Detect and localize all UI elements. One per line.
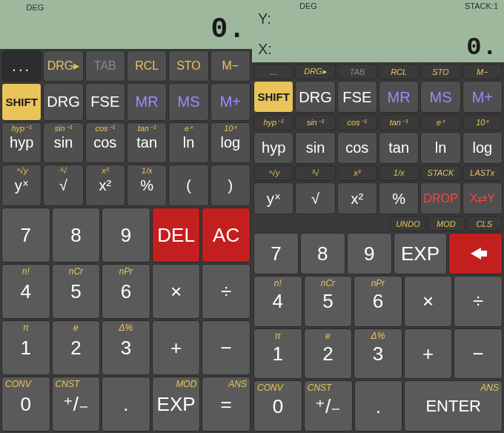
ac-button[interactable]: AC (202, 208, 251, 262)
hyp-button[interactable]: hyp (253, 132, 294, 164)
mr-button[interactable]: MR (127, 83, 167, 121)
ms-button[interactable]: MS (420, 81, 460, 113)
tenx-shift-label: 10ˣ (462, 114, 503, 130)
minus-button[interactable]: − (202, 320, 251, 375)
drg-button[interactable]: DRG (43, 83, 83, 121)
sin-button[interactable]: sin⁻¹sin (43, 122, 83, 164)
y-pow-x-button[interactable]: yˣ (253, 182, 294, 214)
digit-0-button[interactable]: CONV0 (1, 377, 50, 432)
sqrt-button[interactable]: ³√√ (43, 165, 83, 206)
cos-button[interactable]: cos⁻¹cos (85, 122, 125, 164)
sqrt-button[interactable]: √ (295, 182, 335, 214)
status-bar: DEG (6, 3, 246, 13)
digit-7-button[interactable]: 7 (253, 233, 299, 274)
keypad: ... DRG▸ TAB RCL STO M− SHIFT DRG FSE MR… (252, 62, 504, 433)
plus-button[interactable]: + (152, 320, 201, 375)
m-minus-button[interactable]: M− (210, 50, 251, 82)
tan-button[interactable]: tan⁻¹tan (127, 122, 167, 164)
undo-shift-label: UNDO (390, 216, 426, 231)
digit-4-button[interactable]: n!4 (1, 264, 50, 319)
keypad: ... DRG▸ TAB RCL STO M− SHIFT DRG FSE MR… (0, 49, 252, 433)
decimal-button[interactable]: . (354, 380, 403, 432)
backspace-button[interactable] (448, 233, 503, 274)
menu-button[interactable]: ... (1, 50, 42, 82)
digit-2-button[interactable]: e2 (52, 320, 101, 375)
digit-7-button[interactable]: 7 (1, 208, 50, 262)
percent-button[interactable]: % (379, 182, 419, 214)
close-paren-button[interactable]: ) (210, 165, 251, 206)
exp-button[interactable]: MODEXP (152, 377, 201, 432)
drg-next-button[interactable]: DRG▸ (43, 50, 83, 82)
sign-button[interactable]: CNST⁺/₋ (52, 377, 101, 432)
hyp-button[interactable]: hyp⁻¹hyp (1, 122, 42, 164)
ms-button[interactable]: MS (168, 83, 208, 121)
sto-button[interactable]: STO (168, 50, 208, 82)
m-minus-shift-label: M− (462, 64, 503, 79)
plus-button[interactable]: + (404, 328, 453, 380)
digit-8-button[interactable]: 8 (300, 233, 345, 274)
fse-button[interactable]: FSE (85, 83, 125, 121)
rcl-button[interactable]: RCL (127, 50, 167, 82)
percent-button[interactable]: 1/x% (127, 165, 167, 206)
decimal-button[interactable]: . (102, 377, 150, 432)
tab-shift-label: TAB (337, 64, 377, 79)
cuberoot-shift-label: ³√ (295, 165, 335, 181)
display-value: 0. (6, 13, 246, 46)
stack-shift-label: STACK (420, 165, 460, 181)
drg-button[interactable]: DRG (295, 81, 335, 113)
digit-2-button[interactable]: e2 (304, 328, 353, 380)
y-pow-x-button[interactable]: ˣ√yyˣ (1, 165, 42, 206)
divide-button[interactable]: ÷ (202, 264, 251, 319)
ln-button[interactable]: eˣln (168, 122, 208, 164)
shift-button[interactable]: SHIFT (1, 83, 42, 121)
multiply-button[interactable]: × (404, 276, 453, 327)
enter-button[interactable]: ANSENTER (404, 380, 503, 432)
cls-shift-label: CLS (466, 216, 503, 231)
stack-y-row: Y: (258, 10, 498, 33)
minus-button[interactable]: − (454, 328, 503, 380)
m-plus-button[interactable]: M+ (462, 81, 503, 113)
m-plus-button[interactable]: M+ (210, 83, 251, 121)
xcubed-shift-label: x³ (337, 165, 377, 181)
log-button[interactable]: log (462, 132, 503, 164)
drg-next-shift-label: DRG▸ (295, 64, 335, 79)
cos-inv-shift-label: cos⁻¹ (337, 114, 377, 130)
del-button[interactable]: DEL (152, 208, 201, 262)
digit-9-button[interactable]: 9 (347, 233, 392, 274)
digit-8-button[interactable]: 8 (52, 208, 101, 262)
swap-xy-button[interactable]: X⇄Y (462, 182, 503, 214)
digit-3-button[interactable]: Δ%3 (102, 320, 150, 375)
shift-button[interactable]: SHIFT (253, 81, 294, 113)
equals-button[interactable]: ANS= (202, 377, 251, 432)
digit-9-button[interactable]: 9 (102, 208, 150, 262)
hyp-inv-shift-label: hyp⁻¹ (253, 114, 294, 130)
mr-button[interactable]: MR (379, 81, 419, 113)
digit-6-button[interactable]: nPr6 (102, 264, 150, 319)
sign-button[interactable]: CNST⁺/₋ (304, 380, 353, 432)
divide-button[interactable]: ÷ (454, 276, 503, 327)
exp-button[interactable]: EXP (394, 233, 448, 274)
log-button[interactable]: 10ˣlog (210, 122, 251, 164)
digit-5-button[interactable]: nCr5 (304, 276, 353, 327)
display: DEG STACK:1 Y: X: 0. (252, 0, 504, 62)
rcl-shift-label: RCL (379, 64, 419, 79)
tab-button[interactable]: TAB (85, 50, 125, 82)
open-paren-button[interactable]: ( (168, 165, 208, 206)
x-squared-button[interactable]: x³x² (85, 165, 125, 206)
sto-shift-label: STO (420, 64, 460, 79)
digit-5-button[interactable]: nCr5 (52, 264, 101, 319)
cos-button[interactable]: cos (337, 132, 377, 164)
drop-button[interactable]: DROP (420, 182, 460, 214)
digit-1-button[interactable]: π1 (1, 320, 50, 375)
digit-3-button[interactable]: Δ%3 (354, 328, 402, 380)
sin-button[interactable]: sin (295, 132, 335, 164)
digit-1-button[interactable]: π1 (253, 328, 302, 380)
digit-4-button[interactable]: n!4 (253, 276, 302, 327)
multiply-button[interactable]: × (152, 264, 201, 319)
digit-6-button[interactable]: nPr6 (354, 276, 402, 327)
x-squared-button[interactable]: x² (337, 182, 377, 214)
fse-button[interactable]: FSE (337, 81, 377, 113)
tan-button[interactable]: tan (379, 132, 419, 164)
digit-0-button[interactable]: CONV0 (253, 380, 302, 432)
ln-button[interactable]: ln (420, 132, 460, 164)
